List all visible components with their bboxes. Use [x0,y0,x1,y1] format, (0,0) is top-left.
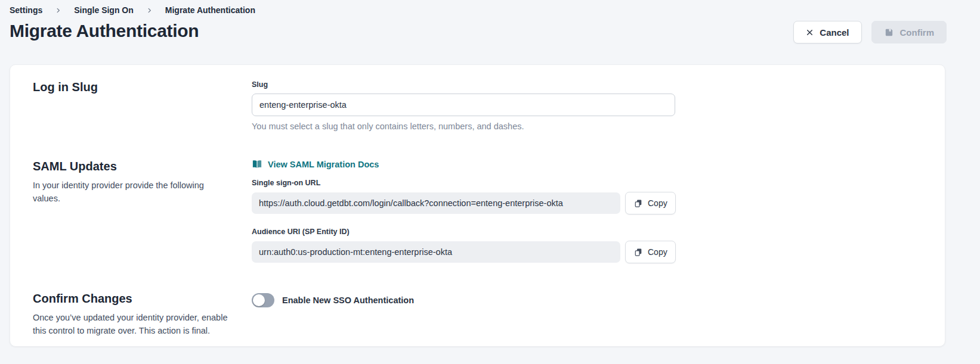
audience-uri-value: urn:auth0:us-production-mt:enteng-enterp… [252,241,620,263]
slug-input[interactable] [252,94,675,116]
audience-uri-field-group: Audience URI (SP Entity ID) urn:auth0:us… [252,228,676,263]
copy-icon [633,198,643,209]
close-icon [806,29,814,36]
settings-card: Log in Slug Slug You must select a slug … [10,64,945,347]
saml-updates-description: In your identity provider provide the fo… [33,179,231,206]
sso-url-label: Single sign-on URL [252,179,676,187]
confirm-button[interactable]: Confirm [871,21,947,43]
slug-helper-text: You must select a slug that only contain… [252,122,675,131]
chevron-right-icon [55,7,61,14]
enable-sso-toggle-row: Enable New SSO Authentication [252,293,414,307]
login-slug-heading: Log in Slug [33,80,237,94]
page-header: Migrate Authentication Cancel Confirm [0,15,980,43]
confirm-changes-section: Confirm Changes Once you’ve updated your… [33,292,945,338]
enable-sso-toggle-label: Enable New SSO Authentication [282,295,414,305]
confirm-changes-heading: Confirm Changes [33,292,237,306]
copy-button-label: Copy [648,247,667,257]
view-saml-migration-docs-link[interactable]: View SAML Migration Docs [252,160,379,169]
slug-label: Slug [252,80,675,89]
saml-updates-section: SAML Updates In your identity provider p… [33,160,945,263]
confirm-changes-description: Once you’ve updated your identity provid… [33,312,231,338]
breadcrumb-settings[interactable]: Settings [10,5,42,15]
book-icon [252,160,262,169]
sso-url-field-group: Single sign-on URL https://auth.cloud.ge… [252,179,676,214]
header-actions: Cancel Confirm [793,21,947,43]
breadcrumb-migrate-authentication: Migrate Authentication [165,5,255,15]
copy-audience-uri-button[interactable]: Copy [625,241,676,263]
breadcrumb: Settings Single Sign On Migrate Authenti… [0,0,980,15]
audience-uri-label: Audience URI (SP Entity ID) [252,228,676,236]
login-slug-section: Log in Slug Slug You must select a slug … [33,80,945,131]
confirm-button-label: Confirm [900,27,935,38]
sso-url-value: https://auth.cloud.getdbt.com/login/call… [252,192,620,214]
chevron-right-icon [146,7,153,14]
copy-icon [633,247,643,257]
docs-link-label: View SAML Migration Docs [268,160,379,169]
copy-button-label: Copy [648,198,667,208]
saml-updates-heading: SAML Updates [33,160,237,173]
toggle-knob [253,294,265,306]
enable-sso-toggle[interactable] [252,293,274,307]
save-icon [884,27,894,38]
copy-sso-url-button[interactable]: Copy [625,192,676,214]
page-title: Migrate Authentication [10,21,199,41]
cancel-button-label: Cancel [820,27,849,38]
cancel-button[interactable]: Cancel [793,21,861,43]
breadcrumb-single-sign-on[interactable]: Single Sign On [74,5,134,15]
